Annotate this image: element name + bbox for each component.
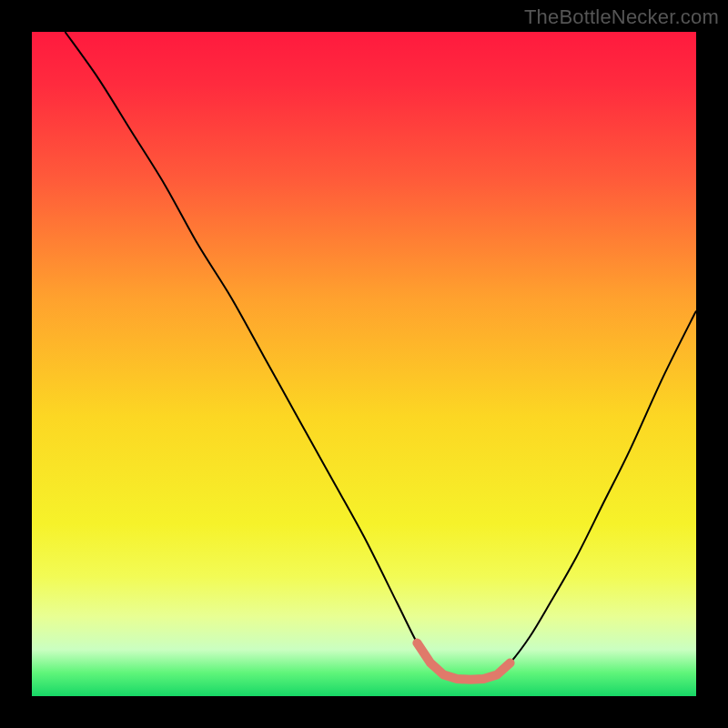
- chart-root: TheBottleNecker.com: [0, 0, 728, 728]
- watermark-text: TheBottleNecker.com: [524, 5, 719, 29]
- bottleneck-chart: [0, 0, 728, 728]
